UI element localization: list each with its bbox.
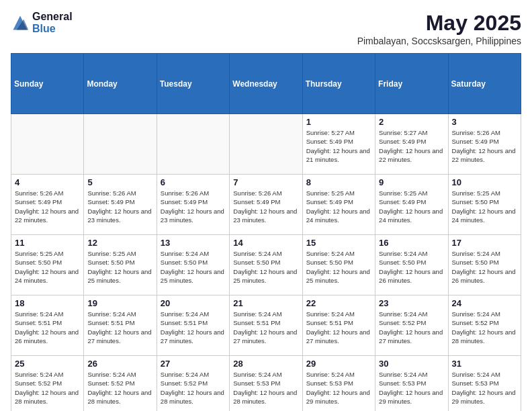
day-number: 26 <box>87 359 152 369</box>
day-info: Sunrise: 5:25 AM Sunset: 5:49 PM Dayligh… <box>306 189 371 224</box>
weekday-header: Wednesday <box>230 54 302 114</box>
day-number: 7 <box>233 177 298 187</box>
weekday-header: Thursday <box>302 54 375 114</box>
day-info: Sunrise: 5:26 AM Sunset: 5:49 PM Dayligh… <box>87 189 152 224</box>
day-number: 9 <box>379 177 444 187</box>
calendar-cell <box>157 114 229 175</box>
calendar-cell <box>84 114 157 175</box>
calendar-cell: 6Sunrise: 5:26 AM Sunset: 5:49 PM Daylig… <box>157 175 229 235</box>
calendar-cell: 12Sunrise: 5:25 AM Sunset: 5:50 PM Dayli… <box>84 235 157 295</box>
day-info: Sunrise: 5:24 AM Sunset: 5:51 PM Dayligh… <box>233 310 298 345</box>
day-info: Sunrise: 5:24 AM Sunset: 5:51 PM Dayligh… <box>306 310 371 345</box>
calendar-cell: 3Sunrise: 5:26 AM Sunset: 5:49 PM Daylig… <box>448 114 521 175</box>
day-info: Sunrise: 5:24 AM Sunset: 5:53 PM Dayligh… <box>379 370 444 406</box>
calendar-cell: 17Sunrise: 5:24 AM Sunset: 5:50 PM Dayli… <box>448 235 521 295</box>
day-number: 1 <box>306 117 371 127</box>
day-info: Sunrise: 5:27 AM Sunset: 5:49 PM Dayligh… <box>379 128 444 164</box>
calendar-cell: 27Sunrise: 5:24 AM Sunset: 5:52 PM Dayli… <box>157 356 229 412</box>
day-info: Sunrise: 5:25 AM Sunset: 5:50 PM Dayligh… <box>452 189 517 224</box>
weekday-header: Sunday <box>11 54 84 114</box>
calendar-cell: 31Sunrise: 5:24 AM Sunset: 5:53 PM Dayli… <box>448 356 521 412</box>
day-number: 5 <box>87 177 152 187</box>
calendar-cell: 18Sunrise: 5:24 AM Sunset: 5:51 PM Dayli… <box>11 295 84 356</box>
month-year: May 2025 <box>357 11 521 36</box>
day-info: Sunrise: 5:25 AM Sunset: 5:50 PM Dayligh… <box>15 249 80 285</box>
day-number: 15 <box>306 238 371 248</box>
title-block: May 2025 Pimbalayan, Soccsksargen, Phili… <box>357 11 521 46</box>
location: Pimbalayan, Soccsksargen, Philippines <box>357 36 521 46</box>
calendar-cell: 13Sunrise: 5:24 AM Sunset: 5:50 PM Dayli… <box>157 235 229 295</box>
day-info: Sunrise: 5:25 AM Sunset: 5:50 PM Dayligh… <box>87 249 152 285</box>
calendar-cell: 8Sunrise: 5:25 AM Sunset: 5:49 PM Daylig… <box>302 175 375 235</box>
calendar-table: SundayMondayTuesdayWednesdayThursdayFrid… <box>11 53 521 411</box>
day-info: Sunrise: 5:24 AM Sunset: 5:52 PM Dayligh… <box>87 370 152 406</box>
day-info: Sunrise: 5:24 AM Sunset: 5:53 PM Dayligh… <box>233 370 298 406</box>
calendar-cell: 26Sunrise: 5:24 AM Sunset: 5:52 PM Dayli… <box>84 356 157 412</box>
day-info: Sunrise: 5:24 AM Sunset: 5:52 PM Dayligh… <box>452 310 517 345</box>
day-info: Sunrise: 5:24 AM Sunset: 5:50 PM Dayligh… <box>452 249 517 285</box>
calendar-week-row: 18Sunrise: 5:24 AM Sunset: 5:51 PM Dayli… <box>11 295 521 356</box>
day-info: Sunrise: 5:26 AM Sunset: 5:49 PM Dayligh… <box>233 189 298 224</box>
day-number: 12 <box>87 238 152 248</box>
calendar-cell: 4Sunrise: 5:26 AM Sunset: 5:49 PM Daylig… <box>11 175 84 235</box>
day-number: 24 <box>452 298 517 308</box>
day-number: 23 <box>379 298 444 308</box>
day-info: Sunrise: 5:24 AM Sunset: 5:52 PM Dayligh… <box>15 370 80 406</box>
calendar-cell: 16Sunrise: 5:24 AM Sunset: 5:50 PM Dayli… <box>375 235 448 295</box>
weekday-header: Tuesday <box>157 54 229 114</box>
day-number: 14 <box>233 238 298 248</box>
page-header: General Blue May 2025 Pimbalayan, Soccsk… <box>11 11 521 46</box>
logo-text: General Blue <box>32 11 73 34</box>
calendar-cell: 29Sunrise: 5:24 AM Sunset: 5:53 PM Dayli… <box>302 356 375 412</box>
calendar-cell: 30Sunrise: 5:24 AM Sunset: 5:53 PM Dayli… <box>375 356 448 412</box>
logo-general: General <box>32 11 73 23</box>
day-number: 20 <box>161 298 226 308</box>
day-number: 11 <box>15 238 80 248</box>
calendar-cell: 1Sunrise: 5:27 AM Sunset: 5:49 PM Daylig… <box>302 114 375 175</box>
day-number: 18 <box>15 298 80 308</box>
day-number: 2 <box>379 117 444 127</box>
calendar-cell: 20Sunrise: 5:24 AM Sunset: 5:51 PM Dayli… <box>157 295 229 356</box>
day-info: Sunrise: 5:24 AM Sunset: 5:50 PM Dayligh… <box>379 249 444 285</box>
logo-icon <box>11 13 30 32</box>
day-info: Sunrise: 5:24 AM Sunset: 5:53 PM Dayligh… <box>452 370 517 406</box>
day-number: 4 <box>15 177 80 187</box>
day-number: 21 <box>233 298 298 308</box>
calendar-cell <box>11 114 84 175</box>
calendar-cell: 5Sunrise: 5:26 AM Sunset: 5:49 PM Daylig… <box>84 175 157 235</box>
day-number: 17 <box>452 238 517 248</box>
day-number: 30 <box>379 359 444 369</box>
weekday-header: Friday <box>375 54 448 114</box>
day-info: Sunrise: 5:27 AM Sunset: 5:49 PM Dayligh… <box>306 128 371 164</box>
day-info: Sunrise: 5:24 AM Sunset: 5:52 PM Dayligh… <box>161 370 226 406</box>
day-info: Sunrise: 5:26 AM Sunset: 5:49 PM Dayligh… <box>15 189 80 224</box>
day-info: Sunrise: 5:24 AM Sunset: 5:52 PM Dayligh… <box>379 310 444 345</box>
day-number: 31 <box>452 359 517 369</box>
day-info: Sunrise: 5:26 AM Sunset: 5:49 PM Dayligh… <box>452 128 517 164</box>
calendar-week-row: 4Sunrise: 5:26 AM Sunset: 5:49 PM Daylig… <box>11 175 521 235</box>
calendar-cell: 24Sunrise: 5:24 AM Sunset: 5:52 PM Dayli… <box>448 295 521 356</box>
calendar-cell <box>230 114 302 175</box>
calendar-cell: 9Sunrise: 5:25 AM Sunset: 5:49 PM Daylig… <box>375 175 448 235</box>
day-number: 29 <box>306 359 371 369</box>
calendar-week-row: 25Sunrise: 5:24 AM Sunset: 5:52 PM Dayli… <box>11 356 521 412</box>
weekday-header-row: SundayMondayTuesdayWednesdayThursdayFrid… <box>11 54 521 114</box>
day-number: 27 <box>161 359 226 369</box>
day-number: 6 <box>161 177 226 187</box>
day-info: Sunrise: 5:24 AM Sunset: 5:51 PM Dayligh… <box>15 310 80 345</box>
calendar-cell: 28Sunrise: 5:24 AM Sunset: 5:53 PM Dayli… <box>230 356 302 412</box>
calendar-cell: 14Sunrise: 5:24 AM Sunset: 5:50 PM Dayli… <box>230 235 302 295</box>
logo-blue: Blue <box>32 23 73 35</box>
calendar-cell: 22Sunrise: 5:24 AM Sunset: 5:51 PM Dayli… <box>302 295 375 356</box>
calendar-cell: 25Sunrise: 5:24 AM Sunset: 5:52 PM Dayli… <box>11 356 84 412</box>
calendar-cell: 7Sunrise: 5:26 AM Sunset: 5:49 PM Daylig… <box>230 175 302 235</box>
calendar-cell: 15Sunrise: 5:24 AM Sunset: 5:50 PM Dayli… <box>302 235 375 295</box>
day-number: 22 <box>306 298 371 308</box>
calendar-cell: 19Sunrise: 5:24 AM Sunset: 5:51 PM Dayli… <box>84 295 157 356</box>
day-info: Sunrise: 5:24 AM Sunset: 5:50 PM Dayligh… <box>161 249 226 285</box>
logo: General Blue <box>11 11 73 34</box>
day-number: 19 <box>87 298 152 308</box>
day-info: Sunrise: 5:24 AM Sunset: 5:53 PM Dayligh… <box>306 370 371 406</box>
calendar-week-row: 11Sunrise: 5:25 AM Sunset: 5:50 PM Dayli… <box>11 235 521 295</box>
calendar-cell: 21Sunrise: 5:24 AM Sunset: 5:51 PM Dayli… <box>230 295 302 356</box>
